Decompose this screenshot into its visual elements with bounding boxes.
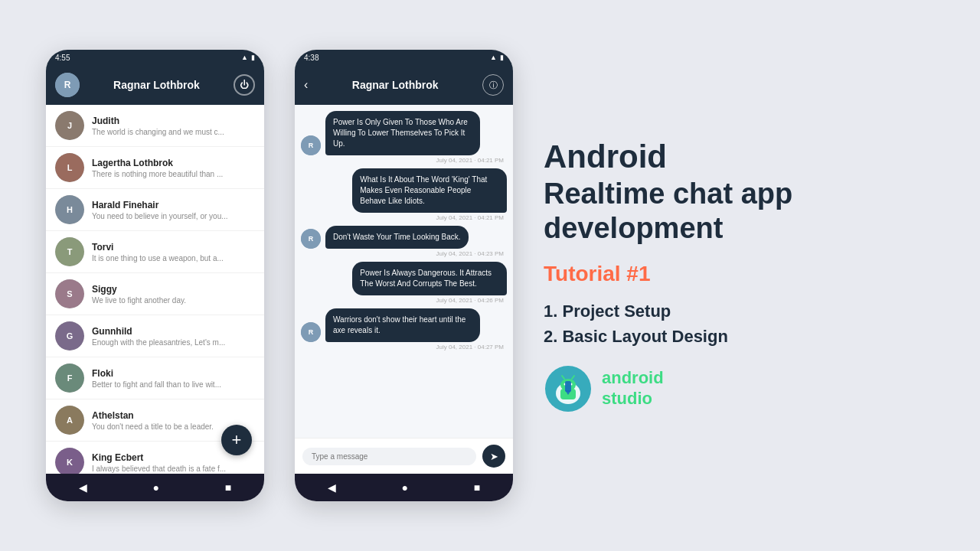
contact-avatar: K	[55, 448, 84, 474]
contact-avatar: T	[55, 237, 84, 266]
chat-list-item[interactable]: S Siggy We live to fight another day.	[46, 273, 264, 315]
status-time-1: 4:55	[55, 54, 70, 62]
message-timestamp: July 04, 2021 · 04:23 PM	[301, 250, 507, 257]
chat-list-item[interactable]: F Floki Better to fight and fall than to…	[46, 357, 264, 399]
chat-list-item[interactable]: L Lagertha Lothbrok There is nothing mor…	[46, 147, 264, 189]
message-avatar: R	[301, 135, 321, 155]
nav-back-2[interactable]: ◀	[328, 481, 336, 494]
message-preview: Better to fight and fall than to live wi…	[92, 380, 255, 389]
message-group: RPower Is Only Given To Those Who Are Wi…	[301, 111, 507, 164]
message-bubble: Don't Waste Your Time Looking Back.	[325, 226, 469, 249]
message-avatar: R	[301, 229, 321, 249]
android-studio-icon	[544, 364, 593, 413]
tutorial-tag: Tutorial #1	[544, 262, 949, 286]
message-group: Power Is Always Dangerous. It Attracts T…	[301, 262, 507, 304]
message-input[interactable]	[302, 448, 476, 465]
contact-avatar: A	[55, 406, 84, 435]
nav-recents-2[interactable]: ■	[474, 481, 480, 494]
nav-home-1[interactable]: ●	[153, 481, 159, 494]
point-1: 1. Project Setup	[544, 298, 949, 324]
contact-avatar: S	[55, 279, 84, 308]
chat-info: Gunnhild Enough with the pleasantries, L…	[92, 326, 255, 347]
message-preview: The world is changing and we must c...	[92, 128, 255, 136]
message-input-bar: ➤	[295, 438, 513, 474]
nav-recents-1[interactable]: ■	[225, 481, 231, 494]
status-time-2: 4:38	[304, 54, 318, 62]
status-icons-2: ▲ ▮	[490, 54, 504, 61]
svg-rect-8	[565, 381, 571, 392]
right-content: Android Realtime chat app development Tu…	[513, 138, 980, 413]
message-bubble: What Is It About The Word 'King' That Ma…	[352, 168, 507, 213]
nav-home-2[interactable]: ●	[402, 481, 408, 494]
status-bar-1: 4:55 ▲ ▮	[46, 50, 264, 65]
message-preview: Enough with the pleasantries, Let's m...	[92, 338, 255, 347]
phone-chat-list: 4:55 ▲ ▮ R Ragnar Lothbrok ⏻ J Judith Th…	[46, 50, 264, 501]
message-group: RDon't Waste Your Time Looking Back.July…	[301, 226, 507, 257]
contact-avatar: G	[55, 321, 84, 350]
status-icons-1: ▲ ▮	[241, 54, 255, 61]
message-timestamp: July 04, 2021 · 04:27 PM	[301, 344, 507, 350]
app-bar-title-2: Ragnar Lothbrok	[314, 79, 476, 91]
wifi-icon-2: ▲	[490, 54, 497, 61]
contact-name: Floki	[92, 368, 255, 379]
wifi-icon: ▲	[241, 54, 248, 61]
info-icon[interactable]: ⓘ	[482, 74, 504, 96]
fab-button[interactable]: +	[221, 425, 252, 455]
message-group: What Is It About The Word 'King' That Ma…	[301, 168, 507, 221]
contact-avatar: F	[55, 364, 84, 393]
chat-list-item[interactable]: J Judith The world is changing and we mu…	[46, 105, 264, 147]
chat-info: Harald Finehair You need to believe in y…	[92, 200, 255, 220]
chat-info: Floki Better to fight and fall than to l…	[92, 368, 255, 389]
android-studio-logo: android studio	[544, 364, 949, 413]
app-bar-title-1: Ragnar Lothbrok	[86, 79, 227, 91]
chat-list-item[interactable]: T Torvi It is one thing to use a weapon,…	[46, 231, 264, 273]
status-bar-2: 4:38 ▲ ▮	[295, 50, 513, 65]
message-preview: I always believed that death is a fate f…	[92, 465, 255, 473]
nav-back-1[interactable]: ◀	[79, 481, 87, 494]
point-2: 2. Basic Layout Design	[544, 324, 949, 349]
tutorial-points: 1. Project Setup 2. Basic Layout Design	[544, 298, 949, 349]
contact-avatar: L	[55, 153, 84, 182]
chat-list-body: J Judith The world is changing and we mu…	[46, 105, 264, 474]
message-group: RWarriors don't show their heart until t…	[301, 308, 507, 350]
chat-info: Torvi It is one thing to use a weapon, b…	[92, 242, 255, 262]
chat-info: Judith The world is changing and we must…	[92, 116, 255, 136]
battery-icon-2: ▮	[500, 54, 504, 61]
contact-avatar: J	[55, 111, 84, 140]
battery-icon: ▮	[251, 54, 255, 61]
message-preview: There is nothing more beautiful than ...	[92, 170, 255, 178]
send-button[interactable]: ➤	[482, 445, 505, 468]
message-timestamp: July 04, 2021 · 04:26 PM	[301, 297, 507, 304]
contact-name: Lagertha Lothbrok	[92, 158, 255, 168]
message-preview: We live to fight another day.	[92, 296, 255, 305]
message-timestamp: July 04, 2021 · 04:21 PM	[301, 157, 507, 164]
message-bubble: Warriors don't show their heart until th…	[325, 308, 480, 342]
chat-list-item[interactable]: G Gunnhild Enough with the pleasantries,…	[46, 315, 264, 357]
chat-info: King Ecbert I always believed that death…	[92, 452, 255, 473]
chat-list-item[interactable]: H Harald Finehair You need to believe in…	[46, 189, 264, 231]
contact-name: Torvi	[92, 242, 255, 253]
header-avatar-1: R	[55, 73, 80, 97]
contact-avatar: H	[55, 195, 84, 224]
android-studio-label: android studio	[602, 368, 664, 409]
chat-info: Lagertha Lothbrok There is nothing more …	[92, 158, 255, 178]
nav-bar-1: ◀ ● ■	[46, 474, 264, 501]
contact-name: Siggy	[92, 284, 255, 295]
message-preview: It is one thing to use a weapon, but a..…	[92, 254, 255, 262]
message-row-sent: Power Is Always Dangerous. It Attracts T…	[301, 262, 507, 295]
message-bubble: Power Is Always Dangerous. It Attracts T…	[352, 262, 507, 295]
main-title: Android Realtime chat app development	[544, 138, 949, 246]
contact-name: Judith	[92, 116, 255, 126]
message-preview: You need to believe in yourself, or you.…	[92, 212, 255, 220]
contact-name: Harald Finehair	[92, 200, 255, 210]
message-row-received: RWarriors don't show their heart until t…	[301, 308, 507, 342]
contact-name: Athelstan	[92, 410, 255, 421]
phone-chat-detail: 4:38 ▲ ▮ ‹ Ragnar Lothbrok ⓘ RPower Is O…	[295, 50, 513, 501]
chat-messages: RPower Is Only Given To Those Who Are Wi…	[295, 105, 513, 438]
message-timestamp: July 04, 2021 · 04:21 PM	[301, 214, 507, 221]
chat-info: Siggy We live to fight another day.	[92, 284, 255, 305]
back-button[interactable]: ‹	[304, 78, 308, 92]
power-icon[interactable]: ⏻	[234, 74, 255, 96]
message-avatar: R	[301, 322, 321, 342]
app-bar-2: ‹ Ragnar Lothbrok ⓘ	[295, 65, 513, 105]
